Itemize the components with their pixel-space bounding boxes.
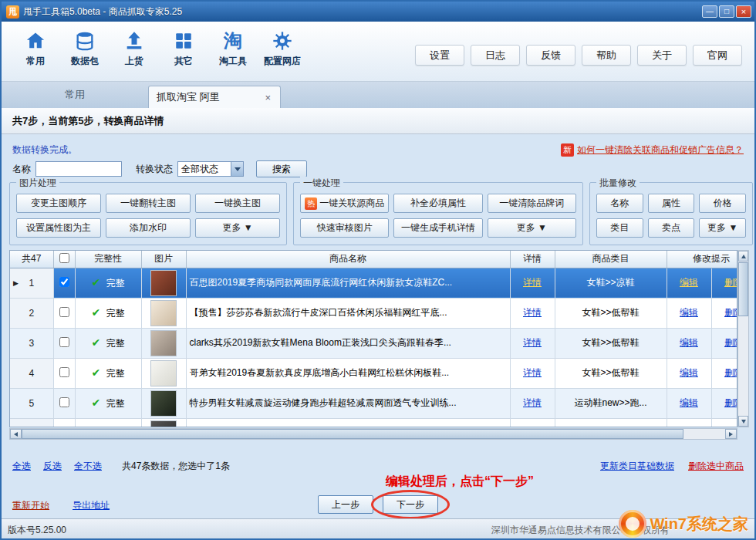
detail-link[interactable]: 详情 [523, 307, 542, 318]
change-main-image-order-button[interactable]: 变更主图顺序 [16, 194, 101, 213]
col-header-detail[interactable]: 详情 [510, 251, 555, 268]
flip-main-image-button[interactable]: 一键翻转主图 [106, 194, 191, 213]
delete-link[interactable]: 删除 [724, 367, 737, 378]
delete-link[interactable]: 删除 [724, 277, 737, 288]
nav-item-configure-shop[interactable]: 配置网店 [259, 27, 305, 69]
invert-selection-link[interactable]: 反选 [43, 460, 62, 473]
previous-step-button[interactable]: 上一步 [318, 495, 373, 514]
log-button[interactable]: 日志 [471, 45, 520, 66]
maximize-button[interactable]: □ [719, 5, 734, 18]
batch-price-button[interactable]: 价格 [699, 194, 746, 213]
tab-close-icon[interactable]: × [263, 92, 272, 103]
scroll-left-icon[interactable] [10, 429, 22, 439]
clear-related-help-link[interactable]: 如何一键清除关联商品和促销广告信息？ [577, 143, 744, 157]
add-watermark-button[interactable]: 添加水印 [106, 218, 191, 238]
horizontal-scrollbar[interactable] [9, 428, 737, 440]
search-button[interactable]: 搜索 [256, 160, 307, 177]
batch-sellingpoint-button[interactable]: 卖点 [648, 218, 695, 238]
help-button[interactable]: 帮助 [582, 45, 631, 66]
restart-link[interactable]: 重新开始 [12, 499, 49, 512]
detail-link[interactable]: 详情 [523, 337, 542, 348]
vertical-scroll-thumb[interactable] [738, 262, 748, 316]
row-checkbox[interactable] [59, 307, 69, 317]
replace-main-image-button[interactable]: 一键换主图 [195, 194, 280, 213]
tab-common[interactable]: 常用 [32, 82, 117, 108]
next-step-button[interactable]: 下一步 [383, 495, 438, 514]
product-thumbnail[interactable] [150, 330, 177, 356]
edit-link[interactable]: 编辑 [680, 397, 698, 408]
minimize-button[interactable]: — [702, 5, 717, 18]
table-row[interactable]: ▶ 4 ✔ 完整 哥弟女鞋2019春夏新款真皮厚底增高小白鞋网红松糕休闲板鞋..… [10, 358, 737, 388]
table-row[interactable]: ▶ 6 ✔ 完整 ... 详情 编辑 删除 [10, 418, 737, 427]
name-filter-input[interactable] [35, 161, 122, 177]
vertical-scrollbar[interactable] [737, 250, 749, 427]
completeness-label: 完整 [106, 368, 125, 379]
set-attribute-image-button[interactable]: 设置属性图为主 [16, 218, 101, 238]
product-thumbnail[interactable] [150, 390, 177, 417]
tab-capture-taobao[interactable]: 抓取淘宝 阿里 × [148, 86, 281, 108]
product-thumbnail[interactable] [150, 420, 177, 428]
col-header-completeness[interactable]: 完整性 [75, 251, 141, 268]
delete-link[interactable]: 删除 [724, 307, 737, 318]
edit-link[interactable]: 编辑 [680, 277, 698, 288]
edit-link[interactable]: 编辑 [680, 367, 698, 378]
row-checkbox[interactable] [59, 397, 69, 407]
batch-attribute-button[interactable]: 属性 [648, 194, 695, 213]
official-site-button[interactable]: 官网 [693, 45, 742, 66]
select-all-checkbox[interactable] [59, 253, 69, 263]
table-row[interactable]: ▶ 2 ✔ 完整 【预售】莎莎苏春新款流行牛皮深口百搭休闲乐福鞋网红平底... … [10, 298, 737, 328]
nav-item-taotools[interactable]: 淘 淘工具 [210, 27, 256, 69]
col-header-name[interactable]: 商品名称 [186, 251, 510, 268]
quick-review-images-button[interactable]: 快速审核图片 [300, 218, 389, 238]
delete-link[interactable]: 删除 [724, 397, 737, 408]
row-checkbox[interactable] [59, 427, 69, 428]
product-thumbnail[interactable] [150, 300, 177, 326]
feedback-button[interactable]: 反馈 [526, 45, 575, 66]
scroll-right-icon[interactable] [725, 429, 737, 439]
table-row[interactable]: ▶ 1 ✔ 完整 百思图2019夏季商场同款网面厚底流行网红休闲新款女凉鞋ZC.… [10, 268, 737, 298]
col-header-category[interactable]: 商品类目 [555, 251, 667, 268]
completeness-label: 完整 [106, 308, 125, 319]
table-row[interactable]: ▶ 3 ✔ 完整 clarks其乐2019新款女鞋Mena Bloom正装浅口尖… [10, 328, 737, 358]
batch-category-button[interactable]: 类目 [596, 218, 643, 238]
product-thumbnail[interactable] [150, 360, 177, 386]
image-more-button[interactable]: 更多 ▼ [195, 218, 280, 238]
edit-link[interactable]: 编辑 [680, 307, 698, 318]
table-row[interactable]: ▶ 5 ✔ 完整 特步男鞋女鞋减震旋运动健身跑步鞋超轻减震网面透气专业训练...… [10, 388, 737, 418]
detail-link[interactable]: 详情 [523, 397, 542, 408]
batch-more-button[interactable]: 更多 ▼ [699, 218, 746, 238]
close-button[interactable]: × [736, 5, 751, 18]
scroll-up-icon[interactable] [738, 251, 748, 262]
detail-link[interactable]: 详情 [523, 277, 542, 288]
update-category-data-link[interactable]: 更新类目基础数据 [600, 460, 674, 473]
row-checkbox[interactable] [59, 367, 69, 377]
settings-button[interactable]: 设置 [415, 45, 464, 66]
delete-link[interactable]: 删除 [724, 337, 737, 348]
product-thumbnail[interactable] [150, 270, 177, 296]
fill-required-attrs-button[interactable]: 补全必填属性 [393, 194, 482, 213]
link-source-product-button[interactable]: 热 一键关联源商品 [300, 194, 389, 213]
nav-item-upload[interactable]: 上货 [111, 27, 157, 69]
about-button[interactable]: 关于 [637, 45, 687, 66]
col-header-image[interactable]: 图片 [141, 251, 186, 268]
scroll-down-icon[interactable] [738, 416, 748, 427]
detail-link[interactable]: 详情 [523, 367, 542, 378]
nav-item-other[interactable]: 其它 [160, 27, 207, 69]
generate-mobile-detail-button[interactable]: 一键生成手机详情 [393, 218, 482, 238]
export-address-link[interactable]: 导出地址 [73, 499, 110, 512]
col-header-modify[interactable]: 修改提示 [667, 251, 737, 268]
select-none-link[interactable]: 全不选 [74, 460, 102, 473]
edit-link[interactable]: 编辑 [680, 337, 698, 348]
nav-item-datapack[interactable]: 数据包 [62, 27, 108, 69]
col-header-count[interactable]: 共47 [10, 251, 53, 268]
row-checkbox[interactable] [59, 337, 69, 347]
select-all-link[interactable]: 全选 [12, 460, 31, 473]
nav-item-common[interactable]: 常用 [12, 27, 59, 69]
row-checkbox[interactable] [59, 277, 69, 287]
clear-brand-words-button[interactable]: 一键清除品牌词 [488, 194, 576, 213]
delete-selected-link[interactable]: 删除选中商品 [688, 460, 744, 473]
oneclick-more-button[interactable]: 更多 ▼ [488, 218, 576, 238]
horizontal-scroll-thumb[interactable] [22, 429, 683, 439]
batch-name-button[interactable]: 名称 [596, 194, 643, 213]
status-filter-select[interactable]: 全部状态 [177, 161, 244, 177]
